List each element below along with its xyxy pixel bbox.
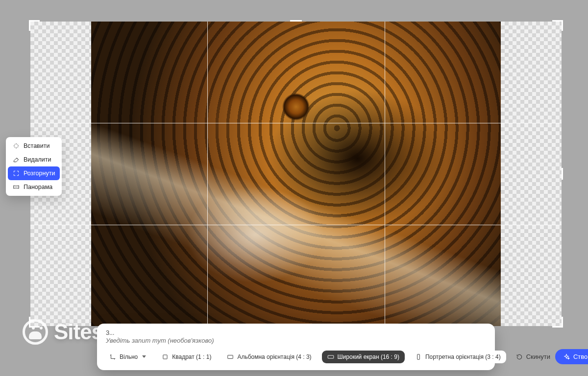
- crop-handle-bottom-right[interactable]: [552, 317, 563, 328]
- crop-handle-right[interactable]: [562, 168, 563, 180]
- svg-rect-0: [163, 354, 167, 358]
- portrait-icon: [415, 353, 422, 360]
- grid-line: [385, 22, 385, 326]
- aspect-option-label: Широкий екран (16 : 9): [338, 353, 399, 360]
- sparkle-erase-icon: [13, 156, 20, 163]
- sparkle-insert-icon: [13, 142, 20, 149]
- generate-icon: [563, 353, 570, 360]
- prompt-input[interactable]: Уведіть запит тут (необов'язково): [106, 337, 488, 344]
- menu-item-label: Панорама: [24, 184, 52, 190]
- grid-line: [30, 123, 562, 123]
- reset-button[interactable]: Скинути: [516, 353, 550, 360]
- crop-handle-top-right[interactable]: [552, 20, 563, 31]
- reset-icon: [516, 353, 523, 360]
- menu-item-remove[interactable]: Видалити: [8, 153, 60, 166]
- reset-button-label: Скинути: [526, 353, 550, 360]
- panorama-icon: [13, 184, 20, 190]
- aspect-option-label: Квадрат (1 : 1): [172, 353, 211, 360]
- svg-rect-1: [228, 355, 233, 358]
- widescreen-icon: [327, 353, 334, 360]
- prompt-label: З...: [106, 329, 488, 336]
- aspect-option-label: Вільно: [120, 353, 138, 360]
- aspect-option-landscape[interactable]: Альбомна орієнтація (4 : 3): [221, 351, 317, 363]
- grid-line: [30, 225, 562, 225]
- menu-item-label: Вставити: [24, 142, 49, 149]
- grid-line: [207, 22, 208, 326]
- menu-item-label: Видалити: [24, 156, 51, 163]
- svg-rect-3: [417, 354, 420, 359]
- aspect-option-widescreen[interactable]: Широкий екран (16 : 9): [322, 351, 405, 363]
- crop-free-icon: [109, 353, 116, 360]
- square-icon: [162, 353, 169, 360]
- menu-item-label: Розгорнути: [24, 170, 55, 177]
- aspect-option-portrait[interactable]: Портретна орієнтація (3 : 4): [410, 351, 506, 363]
- aspect-option-label: Альбомна орієнтація (4 : 3): [237, 353, 311, 360]
- image-preview: [91, 22, 501, 326]
- crop-canvas[interactable]: [30, 22, 562, 326]
- menu-item-panorama[interactable]: Панорама: [8, 180, 60, 194]
- svg-rect-2: [328, 355, 334, 358]
- crop-handle-top[interactable]: [290, 20, 302, 22]
- aspect-option-free[interactable]: Вільно: [104, 351, 151, 363]
- menu-item-insert[interactable]: Вставити: [8, 139, 60, 153]
- menu-item-expand[interactable]: Розгорнути: [8, 166, 60, 180]
- expand-icon: [13, 170, 20, 177]
- expand-toolbar: З... Уведіть запит тут (необов'язково) В…: [97, 324, 495, 370]
- aspect-option-label: Портретна орієнтація (3 : 4): [425, 353, 501, 360]
- aspect-option-square[interactable]: Квадрат (1 : 1): [156, 351, 217, 363]
- watermark-logo-icon: [23, 319, 48, 345]
- create-button[interactable]: Створити: [555, 349, 588, 364]
- crop-handle-top-left[interactable]: [29, 20, 40, 31]
- landscape-icon: [227, 353, 234, 360]
- create-button-label: Створити: [573, 353, 588, 360]
- tool-context-menu: Вставити Видалити Розгорнути Панорама: [6, 137, 62, 196]
